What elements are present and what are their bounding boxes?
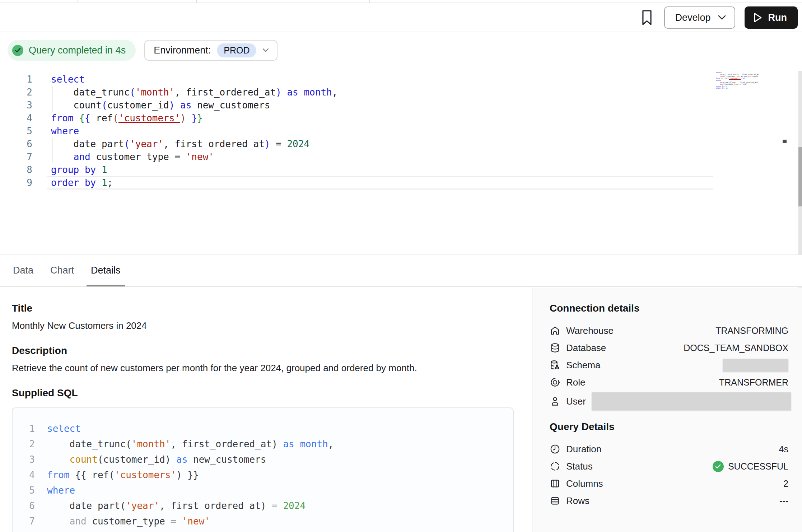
line-number: 7 xyxy=(13,514,35,529)
tab-details[interactable]: Details xyxy=(87,255,125,286)
detail-value xyxy=(592,392,788,410)
line-number: 6 xyxy=(13,498,35,514)
supplied-sql-heading: Supplied SQL xyxy=(12,387,514,399)
query-status-badge: Query completed in 4s xyxy=(8,40,136,61)
detail-label: Schema xyxy=(566,360,600,371)
query-status-text: Query completed in 4s xyxy=(29,45,126,56)
success-check-icon xyxy=(713,461,724,472)
chevron-down-icon xyxy=(718,15,726,20)
warehouse-icon xyxy=(550,325,560,336)
code-line: 8group by 1 xyxy=(13,529,513,532)
bookmark-icon[interactable] xyxy=(639,9,655,27)
detail-row: Rows --- xyxy=(550,492,788,509)
detail-row: Database DOCS_TEAM_SANDBOX xyxy=(550,339,788,356)
line-number: 7 xyxy=(0,150,32,163)
line-number: 5 xyxy=(0,125,32,137)
results-tab-bar: Data Chart Details xyxy=(0,255,802,287)
clock-icon xyxy=(550,444,560,454)
description-value: Retrieve the count of new customers per … xyxy=(12,363,514,374)
detail-row: Columns 2 xyxy=(550,475,788,492)
code-line: 7 and customer_type = 'new' xyxy=(13,514,513,529)
code-line[interactable]: 4from {{ ref('customers') }} xyxy=(0,112,713,125)
run-button-label: Run xyxy=(768,12,787,23)
detail-row: Role TRANSFORMER xyxy=(550,374,788,391)
environment-selector[interactable]: Environment: PROD xyxy=(144,40,278,61)
code-line[interactable]: 1select xyxy=(0,73,713,86)
code-line[interactable]: 9order by 1; xyxy=(0,176,713,189)
line-number: 4 xyxy=(0,112,32,125)
detail-row: User xyxy=(550,391,788,412)
code-line[interactable]: 2 date_trunc('month', first_ordered_at) … xyxy=(0,86,713,99)
role-icon xyxy=(550,377,560,388)
detail-row: Duration 4s xyxy=(550,440,788,458)
description-heading: Description xyxy=(12,345,514,356)
code-line[interactable]: 3 count(customer_id) as new_customers xyxy=(0,99,713,112)
schema-icon xyxy=(550,360,560,370)
code-line[interactable]: 7 and customer_type = 'new' xyxy=(0,150,713,163)
develop-button-label: Develop xyxy=(675,12,710,23)
detail-label: Duration xyxy=(566,444,601,455)
code-line: 5where xyxy=(13,483,513,498)
detail-value: TRANSFORMING xyxy=(715,326,788,336)
editor-minimap[interactable]: select date_trunc('month', first_ordered… xyxy=(716,72,759,93)
columns-icon xyxy=(550,478,560,489)
toolbar-divider xyxy=(0,32,802,32)
code-line[interactable]: 8group by 1 xyxy=(0,163,713,176)
environment-label: Environment: xyxy=(154,45,211,56)
spinner-icon xyxy=(550,461,560,472)
line-number: 4 xyxy=(13,467,35,483)
detail-value xyxy=(723,359,788,372)
details-left-pane: Title Monthly New Customers in 2024 Desc… xyxy=(0,288,532,532)
code-line: order by 1; xyxy=(716,87,759,89)
redacted-value xyxy=(592,392,791,410)
toolbar: Develop Run xyxy=(0,4,802,31)
environment-value-pill: PROD xyxy=(217,43,256,57)
title-heading: Title xyxy=(12,303,514,314)
run-button[interactable]: Run xyxy=(745,6,798,29)
detail-value: 4s xyxy=(779,444,788,454)
supplied-sql-code-block: 1select2 date_trunc('month', first_order… xyxy=(12,407,514,532)
line-number: 8 xyxy=(13,529,35,532)
editor-scrollbar-marker[interactable] xyxy=(783,140,787,143)
detail-row: Status SUCCESSFUL xyxy=(550,458,788,475)
chevron-down-icon xyxy=(262,48,269,52)
tab-chart[interactable]: Chart xyxy=(46,255,78,286)
code-line: 6 date_part('year', first_ordered_at) = … xyxy=(13,498,513,514)
line-number: 8 xyxy=(0,163,32,176)
query-ide-window: Develop Run Query completed in 4s Enviro… xyxy=(0,0,802,532)
line-number: 1 xyxy=(13,421,35,437)
status-row: Query completed in 4s Environment: PROD xyxy=(8,40,278,61)
line-number: 5 xyxy=(13,483,35,498)
connection-details-list: Warehouse TRANSFORMING Database DOCS_TEA… xyxy=(550,322,788,412)
detail-value: SUCCESSFUL xyxy=(713,461,788,472)
query-details-heading: Query Details xyxy=(550,421,788,433)
detail-row: Schema xyxy=(550,356,788,374)
detail-label: Rows xyxy=(566,495,589,507)
line-number: 2 xyxy=(13,437,35,452)
detail-label: Role xyxy=(566,377,585,388)
detail-label: User xyxy=(566,396,586,407)
develop-button[interactable]: Develop xyxy=(664,6,735,29)
user-icon xyxy=(550,396,560,407)
detail-label: Columns xyxy=(566,478,603,489)
line-number: 2 xyxy=(0,86,32,99)
tab-data[interactable]: Data xyxy=(9,255,38,286)
database-icon xyxy=(550,342,560,353)
connection-details-heading: Connection details xyxy=(550,303,788,314)
detail-label: Warehouse xyxy=(566,325,614,336)
code-line[interactable]: 6 date_part('year', first_ordered_at) = … xyxy=(0,137,713,150)
detail-value: DOCS_TEAM_SANDBOX xyxy=(684,343,788,353)
line-number: 3 xyxy=(0,99,32,112)
code-line[interactable]: 5where xyxy=(0,125,713,137)
sql-editor[interactable]: 1select2 date_trunc('month', first_order… xyxy=(0,73,713,189)
detail-value: --- xyxy=(779,496,788,506)
line-number: 1 xyxy=(0,73,32,86)
query-details-list: Duration 4s Status SUCCESSFUL Columns 2 … xyxy=(550,440,788,509)
line-number: 6 xyxy=(0,137,32,150)
title-value: Monthly New Customers in 2024 xyxy=(12,320,514,331)
code-line: 3 count(customer_id) as new_customers xyxy=(13,452,513,467)
details-content: Title Monthly New Customers in 2024 Desc… xyxy=(0,288,802,532)
code-line: 1select xyxy=(13,421,513,437)
page-scrollbar-thumb[interactable] xyxy=(798,147,802,206)
detail-label: Status xyxy=(566,461,593,472)
